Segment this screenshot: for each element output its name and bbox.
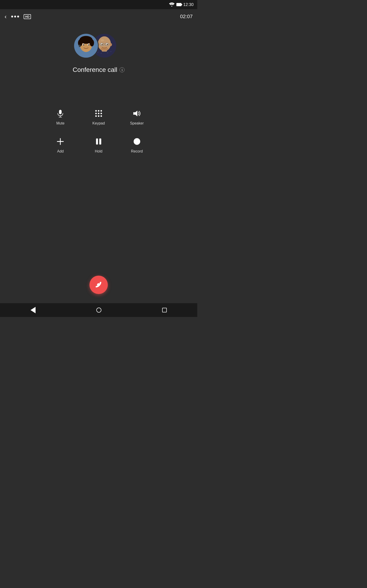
- hold-button[interactable]: Hold: [80, 131, 118, 159]
- svg-point-38: [100, 110, 102, 112]
- keypad-icon: [94, 108, 104, 119]
- end-call-button[interactable]: [90, 276, 108, 294]
- add-label: Add: [57, 149, 64, 153]
- speaker-button[interactable]: Speaker: [118, 103, 156, 131]
- home-circle-icon: [96, 308, 101, 313]
- avatar-person-1: [73, 33, 99, 58]
- avatars-container: [73, 31, 124, 61]
- svg-point-23: [101, 44, 102, 45]
- top-nav-left: ‹ HD: [5, 13, 31, 20]
- microphone-icon: [55, 108, 65, 119]
- svg-point-10: [88, 44, 90, 45]
- recents-square-icon: [162, 308, 167, 312]
- svg-point-42: [95, 115, 97, 117]
- hd-badge: HD: [24, 14, 31, 19]
- bottom-nav-bar: [0, 303, 197, 317]
- svg-point-32: [100, 47, 108, 51]
- controls-grid: Mute Keypad: [41, 103, 156, 159]
- speaker-label: Speaker: [130, 121, 144, 125]
- svg-point-44: [100, 115, 102, 117]
- battery-icon: [176, 3, 181, 6]
- record-button[interactable]: Record: [118, 131, 156, 159]
- record-icon: [132, 137, 142, 147]
- svg-point-14: [98, 52, 98, 52]
- svg-point-9: [83, 44, 84, 45]
- mute-label: Mute: [56, 121, 65, 125]
- home-nav-button[interactable]: [96, 308, 101, 313]
- back-button[interactable]: ‹: [5, 13, 7, 20]
- record-label: Record: [131, 149, 143, 153]
- dot-1: [11, 16, 13, 17]
- svg-point-41: [100, 113, 102, 114]
- svg-point-40: [98, 113, 100, 114]
- svg-point-31: [110, 43, 112, 46]
- svg-rect-48: [96, 138, 98, 145]
- back-nav-button[interactable]: [31, 307, 35, 313]
- svg-point-39: [95, 113, 97, 114]
- svg-rect-12: [79, 44, 80, 47]
- svg-point-36: [95, 110, 97, 112]
- dots-menu[interactable]: [11, 16, 19, 17]
- status-icons: 12:30: [169, 2, 194, 7]
- svg-point-16: [107, 52, 108, 53]
- wifi-icon: [169, 2, 175, 7]
- call-timer: 02:07: [180, 14, 193, 19]
- svg-point-17: [110, 51, 111, 52]
- speaker-icon: [132, 108, 142, 119]
- svg-point-51: [135, 140, 138, 143]
- status-time: 12:30: [183, 2, 194, 7]
- add-button[interactable]: Add: [41, 131, 80, 159]
- end-call-container: [90, 276, 108, 294]
- keypad-label: Keypad: [92, 121, 105, 125]
- call-title-text: Conference call: [73, 66, 117, 73]
- svg-point-15: [101, 53, 102, 54]
- svg-point-24: [107, 44, 108, 45]
- svg-point-20: [101, 39, 104, 41]
- mute-button[interactable]: Mute: [41, 103, 80, 131]
- svg-rect-33: [59, 110, 62, 114]
- call-content: Conference call ℹ Mute: [0, 24, 197, 159]
- svg-marker-45: [133, 111, 137, 116]
- svg-point-6: [90, 40, 94, 46]
- keypad-button[interactable]: Keypad: [80, 103, 118, 131]
- dot-3: [17, 16, 19, 17]
- add-icon: [55, 137, 65, 147]
- dot-2: [14, 16, 16, 17]
- pause-icon: [94, 137, 104, 147]
- svg-point-43: [98, 115, 100, 117]
- call-title-container: Conference call ℹ: [73, 66, 125, 73]
- back-triangle-icon: [31, 307, 35, 313]
- top-nav: ‹ HD 02:07: [0, 9, 197, 24]
- hold-label: Hold: [95, 149, 102, 153]
- svg-point-37: [98, 110, 100, 112]
- info-icon[interactable]: ℹ: [119, 67, 125, 72]
- status-bar: 12:30: [0, 0, 197, 9]
- svg-rect-49: [99, 138, 101, 145]
- recents-nav-button[interactable]: [162, 308, 167, 312]
